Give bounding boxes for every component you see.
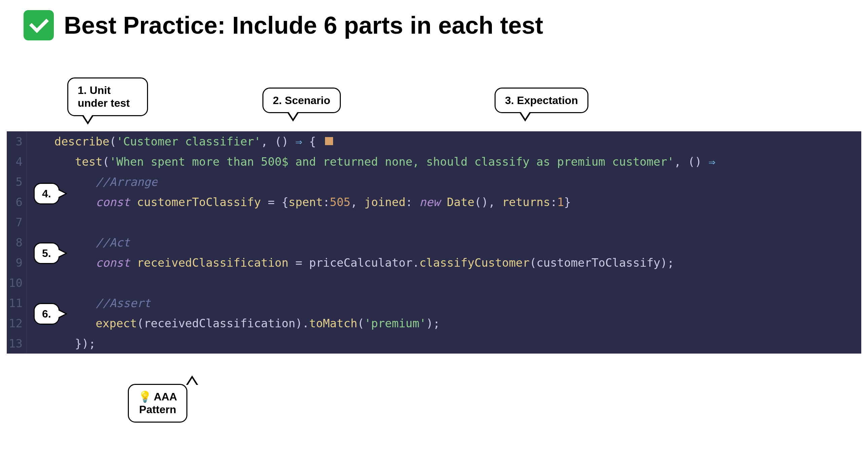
callout-scenario: 2. Scenario [262,88,341,113]
callout-text: 3. Expectation [505,94,578,107]
callout-text: 5. [42,247,51,259]
callout-text: 1. Unit under test [78,84,130,109]
code-line: 3 describe('Customer classifier', () ⇒ { [7,131,861,151]
callout-expectation: 3. Expectation [495,88,588,113]
code-line: 11 //Assert [7,293,861,313]
callout-aaa-pattern: 💡AAA Pattern [128,384,187,423]
code-line: 12 expect(receivedClassification).toMatc… [7,313,861,334]
line-number: 5 [7,172,27,192]
line-number: 8 [7,232,27,253]
line-number: 9 [7,253,27,273]
code-line: 5 //Arrange [7,172,861,192]
code-block: 3 describe('Customer classifier', () ⇒ {… [7,131,861,353]
line-number: 13 [7,334,27,353]
code-content [27,273,34,293]
code-line: 6 const customerToClassify = {spent:505,… [7,192,861,212]
check-icon [24,10,54,40]
code-line: 10 [7,273,861,293]
page-title: Best Practice: Include 6 parts in each t… [24,10,543,40]
code-content: const receivedClassification = priceCalc… [27,253,674,273]
code-line: 9 const receivedClassification = priceCa… [7,253,861,273]
callout-text: 6. [42,308,51,320]
line-number: 10 [7,273,27,293]
heading-text: Best Practice: Include 6 parts in each t… [64,11,543,39]
cursor-icon [325,137,333,145]
callout-five: 5. [34,242,60,264]
callout-text-line1: AAA [154,391,177,403]
code-content: expect(receivedClassification).toMatch('… [27,313,440,334]
callout-text: 2. Scenario [273,94,330,107]
callout-four: 4. [34,183,60,204]
line-number: 3 [7,131,27,151]
code-content: test('When spent more than 500$ and retu… [27,151,716,172]
callout-unit-under-test: 1. Unit under test [67,78,148,116]
code-content: const customerToClassify = {spent:505, j… [27,192,571,212]
line-number: 11 [7,293,27,313]
code-content: describe('Customer classifier', () ⇒ { [27,131,333,151]
code-content [27,212,34,232]
code-line: 7 [7,212,861,232]
callout-text: 4. [42,187,51,200]
code-line: 4 test('When spent more than 500$ and re… [7,151,861,172]
line-number: 6 [7,192,27,212]
code-content: }); [27,334,96,353]
line-number: 12 [7,313,27,334]
line-number: 7 [7,212,27,232]
callout-text-line2: Pattern [139,403,176,415]
lightbulb-icon: 💡 [138,390,152,403]
line-number: 4 [7,151,27,172]
code-line: 8 //Act [7,232,861,253]
callout-six: 6. [34,303,60,325]
code-line: 13 }); [7,334,861,353]
